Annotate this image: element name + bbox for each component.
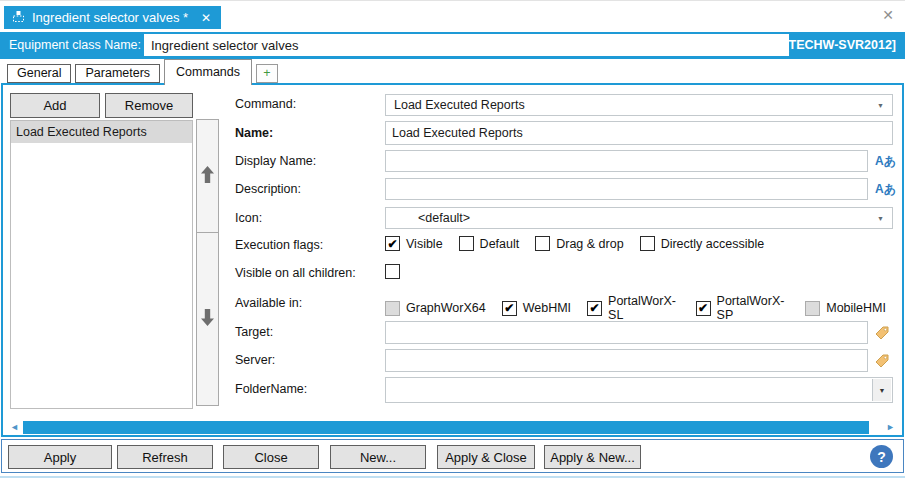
apply-close-button[interactable]: Apply & Close [437,445,535,469]
checkbox-portalworx-sl[interactable]: ✔ [587,301,602,316]
checkbox-default-item[interactable]: Default [459,236,520,251]
icon-dropdown[interactable]: <default> ▼ [385,207,893,229]
checkbox-drag-drop-item[interactable]: Drag & drop [535,236,623,251]
scrollbar-thumb[interactable] [23,421,869,434]
checkbox-drag-drop[interactable] [535,236,550,251]
equipment-class-icon [12,10,25,26]
tag-icon[interactable] [874,353,890,369]
icon-dropdown-value: <default> [418,211,470,225]
checkbox-graphworx64 [385,301,400,316]
refresh-button[interactable]: Refresh [117,445,213,469]
tag-icon[interactable] [874,325,890,341]
checkbox-graphworx64-item[interactable]: GraphWorX64 [385,301,486,316]
checkbox-portalworx-sp-item[interactable]: ✔PortalWorX-SP [696,294,790,322]
folder-name-dropdown[interactable]: ▼ [385,377,893,403]
target-label: Target: [235,325,273,339]
chevron-down-icon: ▼ [877,215,884,222]
available-in-group: GraphWorX64✔WebHMI✔PortalWorX-SL✔PortalW… [385,294,902,322]
equipment-class-bar: Equipment class Name: [TECHW-SVR2012] [0,32,905,59]
command-dropdown[interactable]: Load Executed Reports ▼ [385,94,893,116]
footer-bar: ? ApplyRefreshCloseNew...Apply & CloseAp… [1,439,904,473]
scroll-right-icon[interactable]: ► [886,422,895,433]
checkbox-mobilehmi-item[interactable]: MobileHMI [805,301,886,316]
checkbox-portalworx-sp-label: PortalWorX-SP [717,294,790,322]
move-up-button[interactable] [196,119,219,233]
description-input[interactable] [385,178,868,200]
list-item[interactable]: Load Executed Reports [11,121,192,143]
folder-name-label: FolderName: [235,382,307,396]
checkbox-visible-item[interactable]: ✔Visible [385,236,443,251]
name-label: Name: [235,126,273,140]
name-input[interactable] [385,121,893,145]
execution-flags-label: Execution flags: [235,238,323,252]
visible-children-label: Visible on all children: [235,266,356,280]
apply-button[interactable]: Apply [8,445,112,469]
chevron-down-icon: ▼ [879,387,886,394]
checkbox-portalworx-sp[interactable]: ✔ [696,301,711,316]
tab-commands[interactable]: Commands [164,59,252,85]
available-in-label: Available in: [235,296,302,310]
window-close-icon[interactable]: ✕ [882,8,894,22]
localize-icon[interactable]: Aあ [875,181,896,198]
equipment-class-name-label: Equipment class Name: [9,38,141,52]
checkbox-visible[interactable]: ✔ [385,236,400,251]
tab-close-icon[interactable]: ✕ [201,11,211,25]
reorder-column [196,119,219,406]
checkbox-mobilehmi-label: MobileHMI [826,301,886,315]
checkbox-directly-accessible[interactable] [640,236,655,251]
server-host-badge: [TECHW-SVR2012] [784,38,896,52]
command-label: Command: [235,97,296,111]
window-bottom-edge [0,476,905,478]
chevron-down-icon: ▼ [877,102,884,109]
equipment-class-name-input[interactable] [144,34,789,56]
tab-general[interactable]: General [7,64,71,83]
checkbox-portalworx-sl-item[interactable]: ✔PortalWorX-SL [587,294,679,322]
checkbox-visible-label: Visible [406,237,443,251]
equipment-class-dialog: Ingredient selector valves * ✕ ✕ Equipme… [0,0,905,479]
checkbox-default-label: Default [480,237,520,251]
move-down-button[interactable] [196,232,219,406]
checkbox-visible-on-all-children[interactable] [385,264,400,279]
checkbox-mobilehmi [805,301,820,316]
command-list[interactable]: Load Executed Reports [10,120,193,409]
add-button[interactable]: Add [10,93,100,118]
checkbox-webhmi[interactable]: ✔ [502,301,517,316]
scroll-left-icon[interactable]: ◄ [10,422,19,433]
icon-label: Icon: [235,211,262,225]
dialog-title: Ingredient selector valves * [32,10,188,25]
localize-icon[interactable]: Aあ [875,153,896,170]
display-name-label: Display Name: [235,154,316,168]
close-button[interactable]: Close [223,445,319,469]
document-tab[interactable]: Ingredient selector valves * ✕ [4,6,221,29]
tab-add[interactable]: + [256,64,278,83]
display-name-input[interactable] [385,150,868,172]
new-button[interactable]: New... [330,445,426,469]
checkbox-default[interactable] [459,236,474,251]
apply-new-button[interactable]: Apply & New... [544,445,641,469]
checkbox-directly-accessible-item[interactable]: Directly accessible [640,236,765,251]
dropdown-button[interactable]: ▼ [872,379,891,401]
horizontal-scrollbar[interactable]: ◄ ► [8,421,897,434]
checkbox-portalworx-sl-label: PortalWorX-SL [608,294,679,322]
execution-flags-group: ✔VisibleDefaultDrag & dropDirectly acces… [385,236,780,251]
commands-panel: Add Remove Load Executed Reports Command… [1,83,904,437]
command-dropdown-value: Load Executed Reports [394,98,525,112]
checkbox-drag-drop-label: Drag & drop [556,237,623,251]
tab-parameters[interactable]: Parameters [75,64,160,83]
remove-button[interactable]: Remove [105,93,193,118]
description-label: Description: [235,182,301,196]
checkbox-webhmi-item[interactable]: ✔WebHMI [502,301,571,316]
title-bar: Ingredient selector valves * ✕ ✕ [0,1,905,32]
server-label: Server: [235,353,275,367]
server-input[interactable] [385,349,868,372]
arrow-down-icon [201,309,214,329]
help-button[interactable]: ? [870,445,893,468]
tab-bar: GeneralParametersCommands+ [7,59,282,85]
checkbox-directly-accessible-label: Directly accessible [661,237,765,251]
target-input[interactable] [385,321,868,344]
arrow-up-icon [201,166,214,186]
checkbox-graphworx64-label: GraphWorX64 [406,301,486,315]
checkbox-webhmi-label: WebHMI [523,301,571,315]
